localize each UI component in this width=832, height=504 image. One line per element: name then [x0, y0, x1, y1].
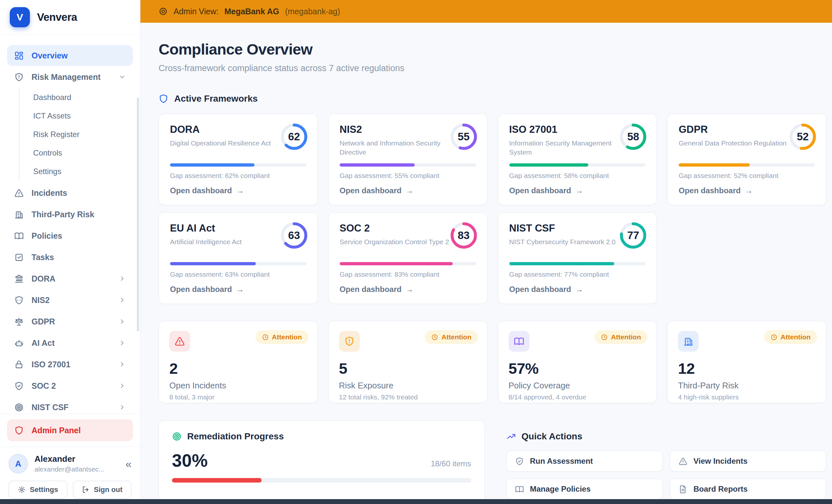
- framework-card: EU AI Act Artificial Intelligence Act 63…: [159, 213, 318, 304]
- landmark-icon: [14, 274, 24, 283]
- sidebar-item-label: Overview: [31, 51, 68, 60]
- sign-out-button[interactable]: Sign out: [73, 481, 132, 499]
- logout-icon: [82, 486, 90, 494]
- sidebar-item-gdpr[interactable]: GDPR: [7, 311, 133, 332]
- stat-label: Third-Party Risk: [678, 381, 816, 391]
- sidebar-item-iso-27001[interactable]: ISO 27001: [7, 354, 133, 375]
- book-open-icon: [509, 331, 529, 352]
- open-dashboard-label: Open dashboard: [509, 186, 571, 195]
- framework-score: 63: [280, 221, 308, 250]
- banner-org-slug: (megabank-ag): [285, 7, 340, 16]
- sidebar-scrollbar[interactable]: [137, 97, 139, 331]
- scales-icon: [14, 317, 24, 326]
- sidebar-item-nist-csf[interactable]: NIST CSF: [7, 397, 133, 414]
- stat-label: Risk Exposure: [339, 381, 477, 391]
- manage-policies-button[interactable]: Manage Policies: [506, 479, 663, 500]
- open-dashboard-link[interactable]: Open dashboard →: [509, 285, 583, 294]
- attention-badge: Attention: [594, 330, 647, 344]
- open-dashboard-link[interactable]: Open dashboard →: [679, 186, 753, 195]
- framework-progressbar: [679, 163, 815, 167]
- sidebar-item-ai-act[interactable]: AI Act: [7, 333, 133, 353]
- framework-name: ISO 27001: [509, 124, 557, 135]
- sidebar-item-soc-2[interactable]: SOC 2: [7, 375, 133, 396]
- attention-badge-label: Attention: [272, 333, 302, 341]
- view-incidents-button[interactable]: View Incidents: [670, 451, 826, 472]
- sidebar-item-policies[interactable]: Policies: [7, 225, 133, 246]
- chevron-right-icon: [119, 361, 126, 368]
- main-area: Admin View: MegaBank AG (megabank-ag) Co…: [140, 0, 832, 504]
- risk-management-subnav: Dashboard ICT Assets Risk Register Contr…: [19, 88, 133, 180]
- sidebar-item-third-party-risk[interactable]: Third-Party Risk: [7, 204, 133, 225]
- clock-icon: [771, 334, 777, 341]
- sidebar-item-label: Incidents: [31, 188, 67, 198]
- sidebar-item-nis2[interactable]: NIS2: [7, 290, 133, 310]
- run-assessment-button[interactable]: Run Assessment: [506, 451, 663, 472]
- stats-grid: Attention 2 Open Incidents 8 total, 3 ma…: [159, 321, 827, 403]
- shield-check-icon: [515, 457, 524, 466]
- admin-panel-label: Admin Panel: [31, 426, 81, 435]
- square-check-icon: [14, 253, 24, 262]
- sidebar-item-incidents[interactable]: Incidents: [7, 183, 133, 203]
- shield-icon: [14, 426, 24, 435]
- stat-label: Open Incidents: [169, 381, 307, 391]
- page-subtitle: Cross-framework compliance status across…: [159, 63, 827, 74]
- open-dashboard-link[interactable]: Open dashboard →: [509, 186, 583, 195]
- framework-gap-text: Gap assessment: 55% compliant: [340, 172, 439, 179]
- sidebar-item-overview[interactable]: Overview: [7, 45, 133, 66]
- stat-subtext: 8/14 approved, 4 overdue: [509, 393, 646, 401]
- stat-card-risk-exposure: Attention 5 Risk Exposure 12 total risks…: [328, 321, 488, 403]
- sidebar-subitem-ict-assets[interactable]: ICT Assets: [33, 107, 133, 125]
- shield-alert-icon: [339, 331, 360, 352]
- remediation-title: Remediation Progress: [187, 431, 284, 442]
- score-ring: 58: [619, 122, 647, 151]
- active-frameworks-title: Active Frameworks: [174, 93, 258, 104]
- page-content: Compliance Overview Cross-framework comp…: [140, 23, 832, 504]
- framework-score: 52: [788, 122, 817, 151]
- board-reports-button[interactable]: Board Reports: [670, 479, 826, 500]
- arrow-right-icon: →: [236, 186, 244, 195]
- framework-score: 62: [280, 122, 308, 151]
- sidebar-item-label: Tasks: [31, 253, 54, 262]
- framework-description: Service Organization Control Type 2: [340, 237, 449, 247]
- framework-card: GDPR General Data Protection Regulation …: [667, 114, 827, 205]
- user-email: alexander@atlantsec...: [34, 465, 104, 473]
- open-dashboard-link[interactable]: Open dashboard →: [340, 186, 414, 195]
- stat-value: 12: [678, 360, 816, 377]
- framework-gap-text: Gap assessment: 52% compliant: [679, 172, 778, 179]
- sidebar-item-label: Policies: [31, 231, 62, 241]
- frameworks-grid: DORA Digital Operational Resilience Act …: [159, 114, 827, 304]
- settings-button[interactable]: Settings: [8, 481, 68, 499]
- framework-gap-text: Gap assessment: 77% compliant: [509, 271, 609, 278]
- shield-icon: [159, 94, 168, 104]
- sidebar-item-dora[interactable]: DORA: [7, 268, 133, 289]
- framework-name: NIS2: [340, 124, 362, 135]
- open-dashboard-link[interactable]: Open dashboard →: [340, 285, 414, 294]
- collapse-sidebar-button[interactable]: «: [126, 458, 132, 469]
- sidebar-item-admin-panel[interactable]: Admin Panel: [7, 419, 133, 441]
- sidebar-subitem-risk-register[interactable]: Risk Register: [33, 125, 133, 143]
- brand-name: Venvera: [37, 11, 77, 23]
- open-dashboard-label: Open dashboard: [170, 186, 232, 195]
- framework-name: NIST CSF: [509, 222, 555, 234]
- open-dashboard-label: Open dashboard: [170, 285, 232, 294]
- open-dashboard-link[interactable]: Open dashboard →: [170, 285, 244, 294]
- framework-score: 83: [449, 221, 478, 250]
- framework-description: General Data Protection Regulation: [679, 139, 786, 148]
- sidebar-subitem-controls[interactable]: Controls: [33, 143, 133, 162]
- sidebar-item-risk-management[interactable]: Risk Management: [7, 66, 133, 87]
- sidebar-item-label: Third-Party Risk: [31, 210, 94, 219]
- sidebar-subitem-settings[interactable]: Settings: [33, 162, 133, 180]
- sidebar-subitem-dashboard[interactable]: Dashboard: [33, 88, 133, 107]
- arrow-right-icon: →: [575, 186, 583, 195]
- score-ring: 63: [280, 221, 308, 250]
- framework-description: Artificial Intelligence Act: [170, 237, 242, 247]
- framework-name: GDPR: [679, 124, 708, 135]
- open-dashboard-link[interactable]: Open dashboard →: [170, 186, 244, 195]
- sidebar: V Venvera Overview Risk Management: [0, 0, 140, 504]
- score-ring: 62: [280, 122, 308, 151]
- attention-badge: Attention: [425, 330, 478, 344]
- framework-card: NIST CSF NIST Cybersecurity Framework 2.…: [498, 213, 657, 304]
- user-info: Alexander alexander@atlantsec...: [34, 454, 104, 473]
- sidebar-item-tasks[interactable]: Tasks: [7, 247, 133, 268]
- active-frameworks-header: Active Frameworks: [159, 93, 827, 104]
